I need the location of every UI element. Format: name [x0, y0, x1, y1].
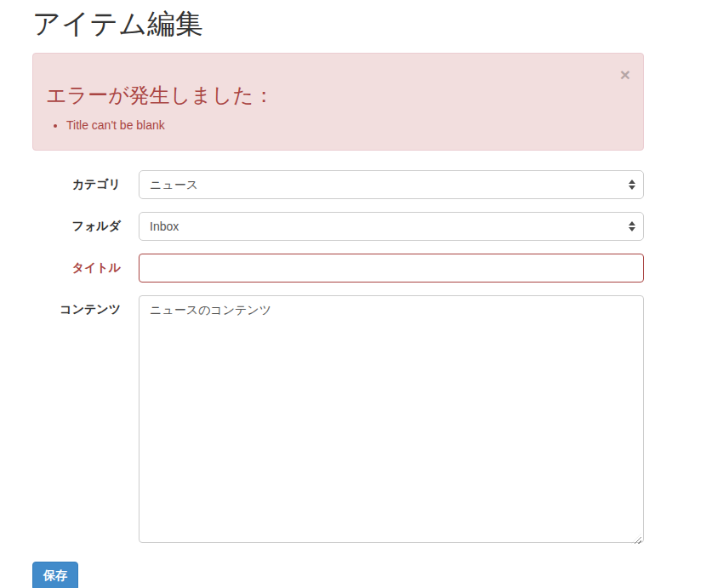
page-title: アイテム編集	[32, 9, 644, 39]
folder-row: フォルダ Inbox	[32, 212, 644, 241]
error-alert-heading: エラーが発生しました：	[46, 83, 630, 108]
category-label: カテゴリ	[32, 170, 139, 199]
folder-field-wrap: Inbox	[139, 212, 644, 241]
error-list: Title can't be blank	[46, 117, 630, 134]
content-label: コンテンツ	[32, 295, 139, 546]
save-button[interactable]: 保存	[32, 562, 78, 588]
category-row: カテゴリ ニュース	[32, 170, 644, 199]
title-row: タイトル	[32, 254, 644, 283]
error-alert: × エラーが発生しました： Title can't be blank	[32, 53, 644, 151]
close-icon[interactable]: ×	[620, 66, 630, 83]
content-field-wrap: ニュースのコンテンツ	[139, 295, 644, 546]
content-row: コンテンツ ニュースのコンテンツ	[32, 295, 644, 546]
title-field-wrap	[139, 254, 644, 283]
title-input[interactable]	[139, 254, 644, 283]
edit-item-form: カテゴリ ニュース フォルダ Inbox タイト	[32, 170, 644, 588]
edit-item-page: アイテム編集 × エラーが発生しました： Title can't be blan…	[32, 9, 644, 588]
title-label: タイトル	[32, 254, 139, 283]
category-field-wrap: ニュース	[139, 170, 644, 199]
content-textarea[interactable]: ニュースのコンテンツ	[139, 295, 644, 543]
folder-label: フォルダ	[32, 212, 139, 241]
folder-select[interactable]: Inbox	[139, 212, 644, 241]
category-select[interactable]: ニュース	[139, 170, 644, 199]
error-list-item: Title can't be blank	[66, 117, 630, 134]
form-actions: 保存	[32, 562, 644, 588]
